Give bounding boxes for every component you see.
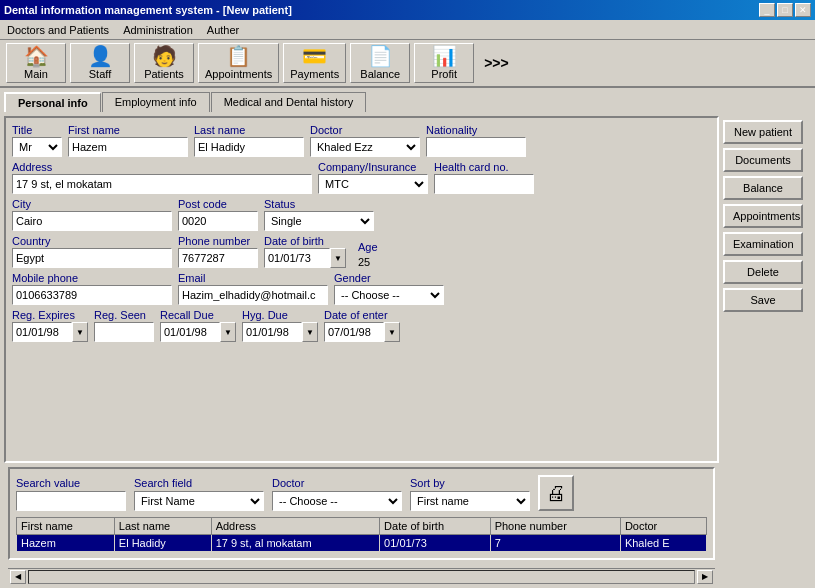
- hyg-due-input[interactable]: [242, 322, 302, 342]
- search-value-group: Search value: [16, 477, 126, 511]
- menu-administration[interactable]: Administration: [120, 23, 196, 37]
- tab-employment-info[interactable]: Employment info: [102, 92, 210, 112]
- field-dob: Date of birth ▼: [264, 235, 346, 268]
- menu-auther[interactable]: Auther: [204, 23, 242, 37]
- field-date-enter: Date of enter ▼: [324, 309, 400, 342]
- reg-expires-dropdown: ▼: [12, 322, 88, 342]
- balance-button[interactable]: Balance: [723, 176, 803, 200]
- email-label: Email: [178, 272, 328, 284]
- col-header-doctor: Doctor: [620, 518, 706, 535]
- save-button[interactable]: Save: [723, 288, 803, 312]
- field-reg-seen: Reg. Seen: [94, 309, 154, 342]
- date-enter-dropdown: ▼: [324, 322, 400, 342]
- lastname-input[interactable]: [194, 137, 304, 157]
- toolbar: 🏠 Main 👤 Staff 🧑 Patients 📋 Appointments…: [0, 40, 815, 88]
- address-input[interactable]: [12, 174, 312, 194]
- field-title: Title Mr: [12, 124, 62, 157]
- search-field-label: Search field: [134, 477, 264, 489]
- recall-due-btn[interactable]: ▼: [220, 322, 236, 342]
- search-value-label: Search value: [16, 477, 126, 489]
- reg-expires-input[interactable]: [12, 322, 72, 342]
- title-select[interactable]: Mr: [12, 137, 62, 157]
- status-select[interactable]: Single: [264, 211, 374, 231]
- company-select[interactable]: MTC: [318, 174, 428, 194]
- field-lastname: Last name: [194, 124, 304, 157]
- date-enter-btn[interactable]: ▼: [384, 322, 400, 342]
- toolbar-payments[interactable]: 💳 Payments: [283, 43, 346, 83]
- city-input[interactable]: [12, 211, 172, 231]
- maximize-button[interactable]: □: [777, 3, 793, 17]
- phone-input[interactable]: [178, 248, 258, 268]
- phone-label: Phone number: [178, 235, 258, 247]
- search-field-select[interactable]: First Name: [134, 491, 264, 511]
- city-label: City: [12, 198, 172, 210]
- toolbar-main[interactable]: 🏠 Main: [6, 43, 66, 83]
- menu-doctors-patients[interactable]: Doctors and Patients: [4, 23, 112, 37]
- toolbar-patients[interactable]: 🧑 Patients: [134, 43, 194, 83]
- scroll-left-btn[interactable]: ◀: [10, 570, 26, 584]
- examination-button[interactable]: Examination: [723, 232, 803, 256]
- form-row-3: City Post code Status Single: [12, 198, 711, 231]
- documents-button[interactable]: Documents: [723, 148, 803, 172]
- mobile-input[interactable]: [12, 285, 172, 305]
- toolbar-balance[interactable]: 📄 Balance: [350, 43, 410, 83]
- gender-select[interactable]: -- Choose --: [334, 285, 444, 305]
- print-button[interactable]: 🖨: [538, 475, 574, 511]
- country-input[interactable]: [12, 248, 172, 268]
- field-address: Address: [12, 161, 312, 194]
- new-patient-button[interactable]: New patient: [723, 120, 803, 144]
- search-value-input[interactable]: [16, 491, 126, 511]
- close-button[interactable]: ✕: [795, 3, 811, 17]
- table-row[interactable]: HazemEl Hadidy17 9 st, al mokatam01/01/7…: [17, 535, 707, 552]
- sort-by-select[interactable]: First name: [410, 491, 530, 511]
- status-label: Status: [264, 198, 374, 210]
- postcode-input[interactable]: [178, 211, 258, 231]
- tab-medical-history[interactable]: Medical and Dental history: [211, 92, 367, 112]
- nationality-input[interactable]: [426, 137, 526, 157]
- toolbar-staff[interactable]: 👤 Staff: [70, 43, 130, 83]
- gender-label: Gender: [334, 272, 444, 284]
- main-icon: 🏠: [24, 46, 49, 66]
- search-doctor-select[interactable]: -- Choose --: [272, 491, 402, 511]
- date-enter-input[interactable]: [324, 322, 384, 342]
- tab-personal-info[interactable]: Personal info: [4, 92, 101, 112]
- form-row-1: Title Mr First name Last name Doctor: [12, 124, 711, 157]
- col-header-firstname: First name: [17, 518, 115, 535]
- doctor-select[interactable]: Khaled Ezz: [310, 137, 420, 157]
- results-table: First name Last name Address Date of bir…: [16, 517, 707, 552]
- healthcard-input[interactable]: [434, 174, 534, 194]
- field-healthcard: Health card no.: [434, 161, 534, 194]
- firstname-input[interactable]: [68, 137, 188, 157]
- toolbar-more[interactable]: >>>: [478, 52, 515, 74]
- search-row: Search value Search field First Name Doc…: [16, 475, 707, 511]
- appointments-button[interactable]: Appointments: [723, 204, 803, 228]
- form-panel: Title Mr First name Last name Doctor: [4, 116, 719, 463]
- cell-dob: 01/01/73: [380, 535, 491, 552]
- scroll-right-btn[interactable]: ▶: [697, 570, 713, 584]
- dob-input[interactable]: [264, 248, 330, 268]
- mobile-label: Mobile phone: [12, 272, 172, 284]
- email-input[interactable]: [178, 285, 328, 305]
- hyg-due-btn[interactable]: ▼: [302, 322, 318, 342]
- sort-by-label: Sort by: [410, 477, 530, 489]
- toolbar-main-label: Main: [24, 68, 48, 80]
- toolbar-appointments[interactable]: 📋 Appointments: [198, 43, 279, 83]
- toolbar-profit[interactable]: 📊 Profit: [414, 43, 474, 83]
- dob-dropdown-btn[interactable]: ▼: [330, 248, 346, 268]
- recall-due-input[interactable]: [160, 322, 220, 342]
- main-content: Personal info Employment info Medical an…: [0, 88, 815, 588]
- scroll-track[interactable]: [28, 570, 695, 584]
- company-label: Company/Insurance: [318, 161, 428, 173]
- delete-button[interactable]: Delete: [723, 260, 803, 284]
- cell-phone: 7: [490, 535, 620, 552]
- reg-expires-btn[interactable]: ▼: [72, 322, 88, 342]
- cell-address: 17 9 st, al mokatam: [211, 535, 379, 552]
- minimize-button[interactable]: _: [759, 3, 775, 17]
- hyg-due-label: Hyg. Due: [242, 309, 318, 321]
- recall-due-label: Recall Due: [160, 309, 236, 321]
- tab-bar: Personal info Employment info Medical an…: [4, 92, 719, 112]
- address-label: Address: [12, 161, 312, 173]
- reg-expires-label: Reg. Expires: [12, 309, 88, 321]
- toolbar-staff-label: Staff: [89, 68, 111, 80]
- reg-seen-input[interactable]: [94, 322, 154, 342]
